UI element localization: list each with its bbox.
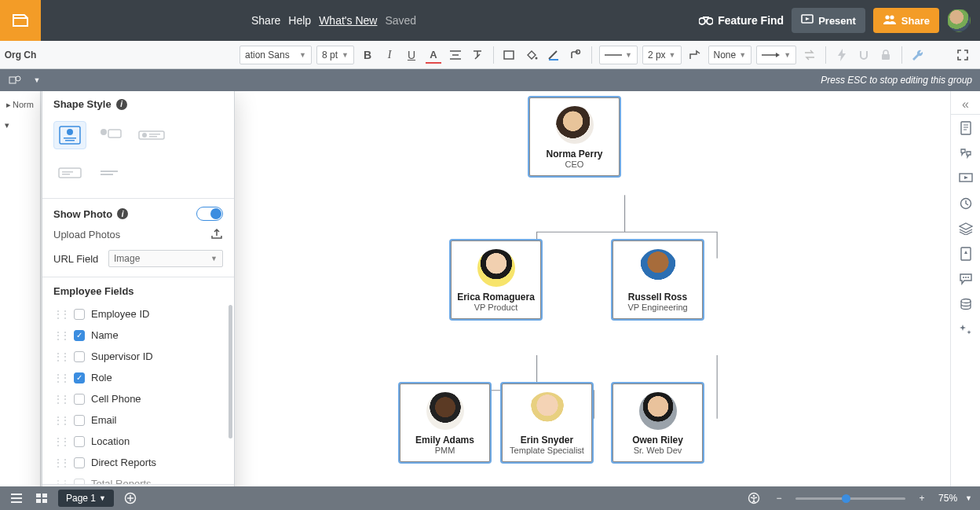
- field-row[interactable]: ⋮⋮Location: [42, 431, 234, 452]
- shape-fill-button[interactable]: [500, 46, 519, 64]
- lock-button[interactable]: [876, 46, 895, 64]
- url-field-select[interactable]: Image ▼: [108, 250, 223, 267]
- zoom-label[interactable]: 75%: [938, 493, 957, 504]
- app-logo[interactable]: [0, 0, 41, 41]
- chat-icon[interactable]: [956, 267, 976, 291]
- zoom-slider[interactable]: [795, 497, 905, 500]
- checkbox[interactable]: [74, 309, 85, 320]
- field-row[interactable]: ⋮⋮Employee ID: [42, 303, 234, 325]
- stroke-color-button[interactable]: [544, 46, 563, 64]
- notes-icon[interactable]: [956, 116, 976, 140]
- shape-style-option-2[interactable]: [94, 121, 127, 149]
- underline-button[interactable]: U: [402, 46, 421, 64]
- checkbox[interactable]: ✓: [74, 372, 85, 383]
- field-row[interactable]: ⋮⋮✓Name: [42, 325, 234, 346]
- org-node[interactable]: Norma Perry CEO: [529, 97, 620, 176]
- list-view-button[interactable]: [8, 490, 25, 507]
- clear-format-button[interactable]: [468, 46, 487, 64]
- shape-style-option-3[interactable]: [135, 121, 168, 149]
- checkbox[interactable]: [74, 457, 85, 468]
- org-node[interactable]: Russell Ross VP Engineering: [612, 240, 703, 319]
- menu-whats-new[interactable]: What's New: [319, 14, 377, 27]
- outline-caret[interactable]: ▾: [0, 115, 40, 135]
- menu-help[interactable]: Help: [288, 14, 311, 27]
- field-row[interactable]: ⋮⋮Supervisor ID: [42, 346, 234, 367]
- checkbox[interactable]: [74, 394, 85, 405]
- swap-ends-button[interactable]: [800, 46, 819, 64]
- add-field-button[interactable]: + Add Field: [42, 484, 234, 486]
- feature-find-button[interactable]: Feature Find: [699, 14, 784, 28]
- scrollbar-thumb[interactable]: [229, 305, 232, 438]
- drag-handle-icon[interactable]: ⋮⋮: [53, 415, 68, 426]
- bold-button[interactable]: B: [358, 46, 377, 64]
- shape-picker-icon[interactable]: [8, 73, 22, 87]
- drag-handle-icon[interactable]: ⋮⋮: [53, 309, 68, 320]
- upload-icon[interactable]: [210, 227, 223, 242]
- show-photo-toggle[interactable]: [196, 207, 223, 221]
- line-end-right-select[interactable]: ▼: [756, 46, 796, 64]
- wrench-button[interactable]: [909, 46, 927, 64]
- present-button[interactable]: Present: [792, 8, 865, 33]
- field-row[interactable]: ⋮⋮Direct Reports: [42, 452, 234, 473]
- checkbox[interactable]: ✓: [74, 330, 85, 341]
- italic-button[interactable]: I: [380, 46, 399, 64]
- paint-bucket-button[interactable]: [522, 46, 541, 64]
- zoom-in-button[interactable]: +: [913, 490, 931, 507]
- present-panel-icon[interactable]: [956, 167, 976, 190]
- zoom-out-button[interactable]: −: [770, 490, 788, 507]
- font-size-select[interactable]: 8 pt▼: [316, 46, 354, 64]
- layers-icon[interactable]: [956, 217, 976, 240]
- shape-style-option-4[interactable]: [53, 159, 86, 187]
- drag-handle-icon[interactable]: ⋮⋮: [53, 351, 68, 362]
- org-node[interactable]: Erica Romaguera VP Product: [451, 240, 541, 319]
- drag-handle-icon[interactable]: ⋮⋮: [53, 394, 68, 405]
- line-end-left-select[interactable]: None▼: [708, 46, 752, 64]
- org-node[interactable]: Emily Adams PMM: [400, 383, 490, 462]
- field-row[interactable]: ⋮⋮Total Reports: [42, 473, 234, 484]
- drag-handle-icon[interactable]: ⋮⋮: [53, 330, 68, 341]
- user-avatar[interactable]: [947, 9, 971, 32]
- shape-style-option-1[interactable]: [53, 121, 86, 149]
- flash-button[interactable]: [832, 46, 851, 64]
- info-icon[interactable]: i: [117, 208, 128, 219]
- text-color-button[interactable]: A: [424, 46, 443, 64]
- upload-photos-label[interactable]: Upload Photos: [53, 229, 120, 240]
- org-node[interactable]: Owen Riley Sr. Web Dev: [612, 383, 703, 462]
- add-page-button[interactable]: [122, 490, 139, 507]
- org-node[interactable]: Erin Snyder Template Specialist: [502, 383, 592, 462]
- page-tab[interactable]: Page 1 ▼: [58, 490, 114, 507]
- menu-share[interactable]: Share: [251, 14, 280, 27]
- accessibility-button[interactable]: [745, 490, 762, 507]
- drag-handle-icon[interactable]: ⋮⋮: [53, 457, 68, 468]
- shape-style-option-5[interactable]: [94, 159, 127, 187]
- drag-handle-icon[interactable]: ⋮⋮: [53, 372, 68, 383]
- checkbox[interactable]: [74, 479, 85, 485]
- grid-view-button[interactable]: [33, 490, 50, 507]
- border-radius-button[interactable]: [566, 46, 585, 64]
- font-family-select[interactable]: ation Sans▼: [240, 46, 312, 64]
- checkbox[interactable]: [74, 415, 85, 426]
- theme-icon[interactable]: [956, 242, 976, 266]
- share-button[interactable]: Share: [873, 8, 939, 33]
- info-icon[interactable]: i: [116, 99, 127, 110]
- checkbox[interactable]: [74, 351, 85, 362]
- connector-style-button[interactable]: [686, 46, 704, 64]
- checkbox[interactable]: [74, 436, 85, 447]
- field-row[interactable]: ⋮⋮Email: [42, 409, 234, 431]
- line-style-select[interactable]: ▼: [599, 46, 638, 64]
- comments-icon[interactable]: [956, 141, 976, 165]
- dropdown-caret-icon[interactable]: ▼: [30, 73, 44, 87]
- collapse-rail-button[interactable]: «: [951, 94, 980, 115]
- sparkle-icon[interactable]: [956, 317, 976, 341]
- history-icon[interactable]: [956, 192, 976, 215]
- align-button[interactable]: [446, 46, 465, 64]
- field-row[interactable]: ⋮⋮Cell Phone: [42, 388, 234, 409]
- drag-handle-icon[interactable]: ⋮⋮: [53, 436, 68, 447]
- field-row[interactable]: ⋮⋮✓Role: [42, 367, 234, 388]
- data-icon[interactable]: [956, 292, 976, 316]
- drag-handle-icon[interactable]: ⋮⋮: [53, 479, 68, 485]
- fullscreen-button[interactable]: [953, 46, 972, 64]
- outline-root[interactable]: ▸ Norm: [0, 94, 40, 115]
- stroke-width-select[interactable]: 2 px▼: [642, 46, 682, 64]
- magnet-button[interactable]: [854, 46, 873, 64]
